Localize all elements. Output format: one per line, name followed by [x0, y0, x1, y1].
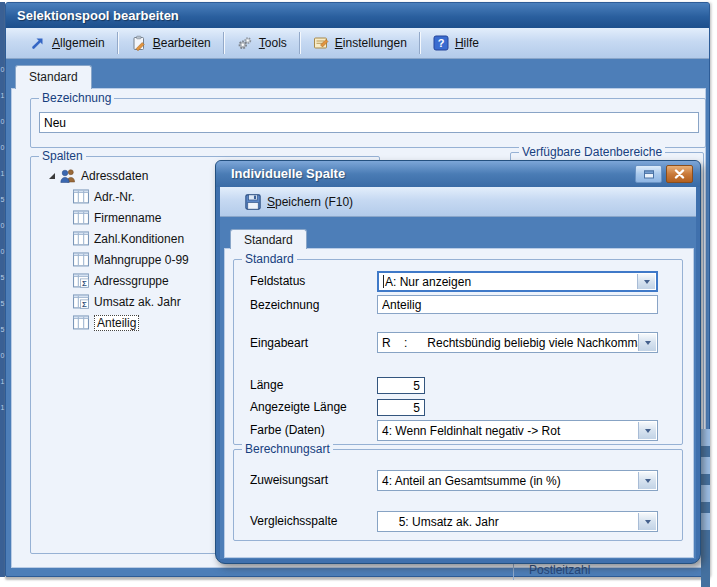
help-icon: ? [433, 35, 449, 51]
eingabeart-label: Eingabeart [250, 336, 376, 350]
toolbar-separator [223, 32, 225, 54]
arrow-up-right-icon [30, 35, 46, 51]
people-icon [60, 168, 76, 183]
close-button[interactable] [666, 165, 693, 183]
restore-window-button[interactable] [635, 165, 662, 183]
toolbar-button-allgemein[interactable]: Allgemein [19, 30, 116, 56]
dropdown-arrow-icon[interactable] [638, 513, 656, 530]
main-window-title: Selektionspool bearbeiten [17, 8, 179, 23]
group-caption: Standard [242, 252, 297, 266]
dropdown-arrow-icon[interactable] [638, 422, 656, 439]
group-caption: Bezeichnung [39, 91, 114, 105]
laenge-label: Länge [250, 378, 376, 392]
column-sigma-icon: Σ [73, 273, 89, 288]
toolbar-label: Hilfe [455, 36, 479, 50]
restore-window-icon [643, 169, 655, 180]
tab-standard-main[interactable]: Standard [15, 65, 92, 89]
dialog-tab-panel: Standard Feldstatus A: Nur anzeigen Beze… [224, 248, 694, 558]
bezeichnung-input[interactable] [39, 112, 699, 133]
tree-item-label: Umsatz ak. Jahr [94, 295, 181, 309]
toolbar-button-tools[interactable]: Tools [226, 30, 298, 56]
column-icon [73, 315, 89, 330]
tree-item-postleitzahl[interactable]: Postleitzahl [529, 563, 590, 577]
bezeichnung-dialog-input[interactable] [377, 295, 658, 314]
feldstatus-label: Feldstatus [250, 274, 376, 288]
toolbar-button-bearbeiten[interactable]: Bearbeiten [120, 30, 222, 56]
scrollbar-fragment[interactable] [701, 429, 710, 587]
group-caption: Verfügbare Datenbereiche [519, 145, 665, 159]
vergleichsspalte-combobox[interactable]: 5: Umsatz ak. Jahr [377, 511, 658, 532]
dialog-title: Individuelle Spalte [231, 166, 345, 181]
feldstatus-combobox[interactable]: A: Nur anzeigen [377, 271, 658, 292]
angezeigte-laenge-input[interactable] [377, 399, 425, 416]
toolbar-label: Bearbeiten [153, 36, 211, 50]
tree-item-label: Zahl.Konditionen [94, 232, 184, 246]
vergleichsspalte-label: Vergleichsspalte [250, 514, 376, 528]
dialog-title-bar[interactable]: Individuelle Spalte [216, 161, 700, 187]
screen: 0 1 0 0 1 5 0 0 5 5 5 0 1 1 Selektionspo… [0, 0, 717, 587]
main-window-title-bar[interactable]: Selektionspool bearbeiten [6, 3, 709, 28]
tree-item-label: Mahngruppe 0-99 [94, 253, 189, 267]
toolbar-label: Allgemein [52, 36, 105, 50]
tab-standard-dialog[interactable]: Standard [230, 229, 307, 249]
save-button-label: Speichern (F10) [267, 195, 353, 209]
toolbar-button-hilfe[interactable]: ? Hilfe [422, 30, 490, 56]
dropdown-arrow-icon[interactable] [638, 334, 656, 351]
gears-icon [237, 35, 253, 51]
toolbar-label: Einstellungen [335, 36, 407, 50]
column-icon [73, 231, 89, 246]
tree-item-label: Adressgruppe [94, 274, 169, 288]
group-standard: Standard Feldstatus A: Nur anzeigen Beze… [233, 259, 683, 445]
main-toolbar: Allgemein Bearbeiten Tools [6, 28, 709, 59]
save-icon [245, 194, 261, 210]
column-icon [73, 189, 89, 204]
text-cursor [383, 275, 384, 288]
tree-item-label: Anteilig [94, 315, 139, 331]
column-icon [73, 252, 89, 267]
zuweisungsart-value: 4: Anteil an Gesamtsumme (in %) [382, 474, 561, 488]
clipboard-pencil-icon [131, 35, 147, 51]
expanded-triangle-icon[interactable] [49, 173, 55, 179]
angezeigte-laenge-label: Angezeigte Länge [250, 400, 376, 414]
group-caption: Berechnungsart [242, 442, 333, 456]
column-icon [73, 210, 89, 225]
farbe-combobox[interactable]: 4: Wenn Feldinhalt negativ -> Rot [377, 420, 658, 441]
dialog-individuelle-spalte: Individuelle Spalte [215, 160, 701, 564]
dialog-toolbar: Speichern (F10) [220, 187, 696, 217]
toolbar-label: Tools [259, 36, 287, 50]
laenge-input[interactable] [377, 377, 425, 394]
tree-item-label: Adressdaten [81, 169, 148, 183]
close-icon [674, 169, 685, 179]
dialog-body: Speichern (F10) Standard Standard Feldst… [220, 187, 696, 559]
svg-text:Σ: Σ [82, 279, 87, 288]
svg-text:Σ: Σ [82, 300, 87, 309]
group-bezeichnung: Bezeichnung [30, 98, 706, 148]
farbe-label: Farbe (Daten) [250, 423, 376, 437]
settings-note-icon [313, 35, 329, 51]
bezeichnung-label: Bezeichnung [250, 298, 376, 312]
farbe-value: 4: Wenn Feldinhalt negativ -> Rot [382, 424, 560, 438]
dropdown-arrow-icon[interactable] [637, 274, 655, 289]
tree-item-label: Firmenname [94, 211, 161, 225]
group-berechnungsart: Berechnungsart Zuweisungsart 4: Anteil a… [233, 449, 683, 541]
svg-text:?: ? [438, 37, 445, 49]
zuweisungsart-label: Zuweisungsart [250, 473, 376, 487]
eingabeart-value: R : Rechtsbündig beliebig viele Nachkomm… [382, 336, 653, 350]
group-caption: Spalten [39, 149, 86, 163]
vergleichsspalte-value: 5: Umsatz ak. Jahr [382, 515, 499, 529]
save-button[interactable]: Speichern (F10) [234, 189, 364, 215]
zuweisungsart-combobox[interactable]: 4: Anteil an Gesamtsumme (in %) [377, 470, 658, 491]
toolbar-separator [299, 32, 301, 54]
toolbar-separator [419, 32, 421, 54]
column-sigma-icon: Σ [73, 294, 89, 309]
toolbar-button-einstellungen[interactable]: Einstellungen [302, 30, 418, 56]
eingabeart-combobox[interactable]: R : Rechtsbündig beliebig viele Nachkomm… [377, 332, 658, 353]
feldstatus-value: A: Nur anzeigen [385, 275, 471, 289]
dropdown-arrow-icon[interactable] [638, 472, 656, 489]
toolbar-separator [117, 32, 119, 54]
tree-item-label: Adr.-Nr. [94, 190, 135, 204]
